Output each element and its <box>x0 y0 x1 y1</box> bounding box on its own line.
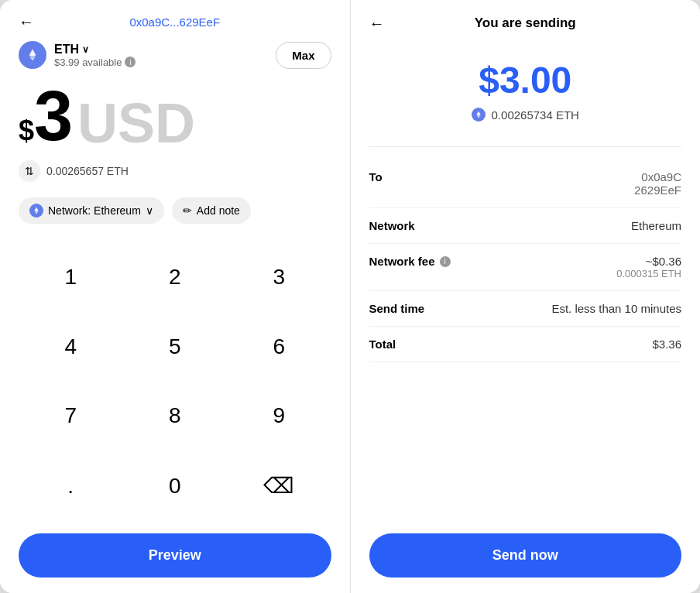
fee-label: Network fee <box>369 255 435 268</box>
send-time-row: Send time Est. less than 10 minutes <box>369 291 682 327</box>
numpad-0[interactable]: 0 <box>123 451 228 521</box>
wallet-address[interactable]: 0x0a9C...629EeF <box>129 15 220 29</box>
numpad-dot[interactable]: . <box>19 451 123 521</box>
preview-button[interactable]: Preview <box>19 533 331 578</box>
to-row: To 0x0a9C 2629EeF <box>369 159 682 208</box>
token-name[interactable]: ETH ∨ <box>54 43 136 57</box>
sending-eth-icon <box>472 108 486 122</box>
token-details: ETH ∨ $3.99 available i <box>54 43 136 68</box>
fee-usd: ~$0.36 <box>646 255 681 268</box>
numpad-5[interactable]: 5 <box>123 312 228 382</box>
swap-icon[interactable]: ⇅ <box>19 160 40 182</box>
network-chevron-icon: ∨ <box>146 204 153 217</box>
eth-equivalent-row: ⇅ 0.00265657 ETH <box>19 160 331 182</box>
send-now-button[interactable]: Send now <box>369 533 682 578</box>
left-header: ← 0x0a9C...629EeF <box>19 15 331 29</box>
fee-info-icon[interactable]: i <box>440 256 451 267</box>
numpad-6[interactable]: 6 <box>227 312 331 382</box>
eth-icon <box>19 41 46 69</box>
divider <box>369 146 682 147</box>
send-time-label: Send time <box>369 302 425 315</box>
numpad: 1 2 3 4 5 6 7 8 9 . 0 ⌫ <box>19 242 331 521</box>
amount-currency: USD <box>77 95 195 151</box>
numpad-8[interactable]: 8 <box>123 382 228 451</box>
amount-display: $ 3 USD <box>19 78 331 154</box>
token-row: ETH ∨ $3.99 available i Max <box>19 41 331 69</box>
numpad-4[interactable]: 4 <box>19 312 123 382</box>
max-button[interactable]: Max <box>276 42 331 69</box>
numpad-7[interactable]: 7 <box>19 382 123 451</box>
network-detail-label: Network <box>369 219 415 232</box>
options-row: Network: Ethereum ∨ ✏ Add note <box>19 197 331 224</box>
dollar-sign: $ <box>19 117 34 145</box>
total-label: Total <box>369 338 396 351</box>
numpad-9[interactable]: 9 <box>227 382 331 451</box>
to-address: 0x0a9C 2629EeF <box>634 170 681 197</box>
info-icon[interactable]: i <box>125 57 136 67</box>
numpad-1[interactable]: 1 <box>19 242 123 312</box>
numpad-2[interactable]: 2 <box>123 242 228 312</box>
send-time-value: Est. less than 10 minutes <box>551 302 681 315</box>
eth-mini-icon <box>29 204 43 218</box>
network-button[interactable]: Network: Ethereum ∨ <box>19 197 164 224</box>
right-title: You are sending <box>475 15 576 31</box>
to-address-line1: 0x0a9C <box>634 170 681 183</box>
token-info: ETH ∨ $3.99 available i <box>19 41 136 69</box>
right-header: ← You are sending <box>369 15 682 31</box>
left-back-button[interactable]: ← <box>19 13 34 31</box>
to-address-line2: 2629EeF <box>634 183 681 197</box>
network-label: Network: Ethereum <box>48 204 141 217</box>
eth-amount: 0.00265657 ETH <box>46 165 129 177</box>
pencil-icon: ✏ <box>183 204 192 217</box>
fee-row: Network fee i ~$0.36 0.000315 ETH <box>369 244 682 291</box>
sending-usd: $3.00 <box>369 59 682 101</box>
add-note-label: Add note <box>197 204 240 217</box>
fee-label-container: Network fee i <box>369 255 451 268</box>
amount-number: 3 <box>34 81 73 151</box>
token-chevron-icon: ∨ <box>82 44 89 55</box>
to-label: To <box>369 170 383 183</box>
total-row: Total $3.36 <box>369 327 682 362</box>
numpad-3[interactable]: 3 <box>227 242 331 312</box>
numpad-backspace[interactable]: ⌫ <box>227 451 331 521</box>
sending-amount: $3.00 0.00265734 ETH <box>369 59 682 122</box>
total-value: $3.36 <box>652 338 681 351</box>
network-row: Network Ethereum <box>369 208 682 244</box>
add-note-button[interactable]: ✏ Add note <box>172 197 251 224</box>
fee-eth: 0.000315 ETH <box>616 268 681 279</box>
right-back-button[interactable]: ← <box>369 15 385 33</box>
sending-eth: 0.00265734 ETH <box>369 108 682 122</box>
token-available: $3.99 available i <box>54 57 136 68</box>
network-detail-value: Ethereum <box>631 219 681 232</box>
fee-value-block: ~$0.36 0.000315 ETH <box>616 255 681 279</box>
